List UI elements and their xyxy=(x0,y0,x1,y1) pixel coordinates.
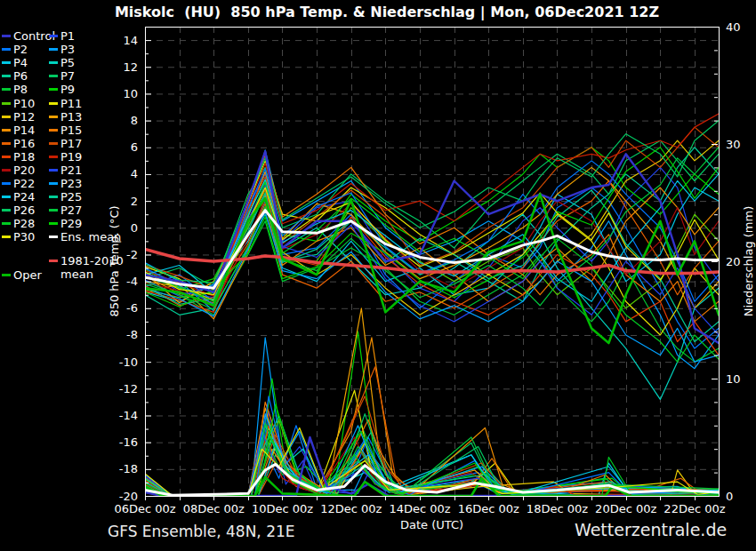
legend-item-p13: P13 xyxy=(49,110,126,124)
legend-swatch xyxy=(2,142,11,145)
legend-swatch xyxy=(49,35,58,37)
right-axis-tick-label: 20 xyxy=(726,255,741,268)
x-axis-tick-label: 20Dec 00z xyxy=(595,502,656,515)
temp-line-P5 xyxy=(145,188,719,399)
legend-swatch xyxy=(2,169,11,172)
legend-swatch xyxy=(49,260,58,262)
x-axis-tick-label: 06Dec 00z xyxy=(114,502,175,515)
left-axis-tick-label: -2 xyxy=(126,248,138,261)
legend-item-p3: P3 xyxy=(49,43,126,56)
legend-swatch xyxy=(49,156,58,158)
legend-swatch xyxy=(49,169,58,172)
legend-item-p8: P8 xyxy=(2,83,55,96)
legend-item-p16: P16 xyxy=(2,137,55,150)
legend-item-p22: P22 xyxy=(2,177,55,190)
legend-swatch xyxy=(49,222,58,225)
legend-item-control: Control xyxy=(2,29,55,43)
series-lines xyxy=(145,114,719,496)
x-axis-tick-label: 22Dec 00z xyxy=(664,502,725,515)
left-axis-tick-label: -18 xyxy=(119,462,138,475)
legend-item-p30: P30 xyxy=(2,230,55,244)
legend-item-p20: P20 xyxy=(2,164,55,177)
x-axis-tick-label: 14Dec 00z xyxy=(389,502,450,515)
legend-swatch xyxy=(49,48,58,51)
right-axis-title: Niederschlag (mm) xyxy=(742,206,755,317)
legend-swatch xyxy=(2,129,11,132)
left-axis-title: 850 hPa Temp. (°C) xyxy=(108,205,121,316)
legend-swatch xyxy=(2,196,11,198)
x-axis-tick-label: 10Dec 00z xyxy=(252,502,313,515)
legend-label: P15 xyxy=(60,124,82,137)
x-axis-tick-label: 18Dec 00z xyxy=(527,502,588,515)
legend-label: P7 xyxy=(60,69,75,83)
legend-swatch xyxy=(49,142,58,145)
legend-item-p5: P5 xyxy=(49,56,126,69)
legend-label: P21 xyxy=(60,164,82,177)
page-title: Miskolc (HU) 850 hPa Temp. & Niederschla… xyxy=(18,4,756,20)
right-axis-tick-label: 40 xyxy=(726,20,741,34)
legend-label: P18 xyxy=(13,150,35,164)
legend-label: P8 xyxy=(13,83,28,96)
legend-label: P2 xyxy=(13,43,28,56)
legend-swatch xyxy=(2,236,11,238)
left-axis-tick-label: -20 xyxy=(119,490,138,503)
legend-swatch xyxy=(49,236,58,238)
left-axis-tick-label: 2 xyxy=(131,195,138,208)
x-axis-tick-label: 08Dec 00z xyxy=(183,502,245,515)
right-axis-tick-label: 30 xyxy=(726,138,741,151)
legend-label: P9 xyxy=(60,83,75,96)
left-axis-tick-label: 4 xyxy=(131,167,138,180)
legend-item-p24: P24 xyxy=(2,190,55,204)
precip-line-P9 xyxy=(145,331,719,496)
legend-label: P28 xyxy=(13,217,35,230)
legend-item-p4: P4 xyxy=(2,56,55,69)
legend-label: P20 xyxy=(13,164,35,177)
legend-swatch xyxy=(2,182,11,185)
legend-item-p9: P9 xyxy=(49,83,126,96)
right-axis-tick-label: 0 xyxy=(726,490,733,503)
legend-label: Oper xyxy=(13,268,42,282)
legend-swatch xyxy=(2,156,11,158)
legend-label: P25 xyxy=(60,190,82,204)
left-axis-tick-label: 0 xyxy=(131,221,138,235)
left-axis-tick-label: -14 xyxy=(119,409,138,422)
legend-label: P27 xyxy=(60,204,82,217)
legend-swatch xyxy=(49,182,58,185)
legend-label: P1 xyxy=(60,29,75,43)
legend-swatch xyxy=(2,209,11,212)
legend-label: P24 xyxy=(13,190,35,204)
footer-brand: Wetterzentrale.de xyxy=(575,520,727,539)
legend-item-p15: P15 xyxy=(49,124,126,137)
legend-label: P12 xyxy=(13,110,35,124)
legend-label: P13 xyxy=(60,110,82,124)
legend-swatch xyxy=(2,88,11,91)
legend-label: P26 xyxy=(13,204,35,217)
legend-item-p7: P7 xyxy=(49,69,126,83)
legend-label: P16 xyxy=(13,137,35,150)
left-axis-tick-label: -6 xyxy=(126,301,138,315)
legend-label: P22 xyxy=(13,177,35,190)
legend-swatch xyxy=(2,102,11,105)
legend-swatch xyxy=(49,129,58,132)
legend-label: P17 xyxy=(60,137,82,150)
legend-item-oper: Oper xyxy=(2,268,55,282)
legend-swatch xyxy=(2,75,11,77)
legend-item-p14: P14 xyxy=(2,124,55,137)
legend-label: P10 xyxy=(13,97,35,110)
legend-item-p23: P23 xyxy=(49,177,126,190)
legend-item-p10: P10 xyxy=(2,96,55,109)
legend-column-1: ControlP2P4P6P8P10P12P14P16P18P20P22P24P… xyxy=(2,29,55,282)
legend-item-p2: P2 xyxy=(2,43,55,56)
legend-item-p6: P6 xyxy=(2,69,55,83)
x-axis-tick-label: 16Dec 00z xyxy=(458,502,519,515)
left-axis-tick-label: -12 xyxy=(119,382,138,395)
legend-label: P14 xyxy=(13,124,35,137)
legend-swatch xyxy=(2,274,11,276)
legend-swatch xyxy=(49,209,58,212)
legend-swatch xyxy=(49,61,58,64)
legend-label: P6 xyxy=(13,69,28,83)
right-axis-tick-label: 10 xyxy=(726,372,741,386)
precip-line-P13 xyxy=(145,308,719,496)
legend-label: P29 xyxy=(60,217,82,230)
legend-label: P23 xyxy=(60,177,82,190)
